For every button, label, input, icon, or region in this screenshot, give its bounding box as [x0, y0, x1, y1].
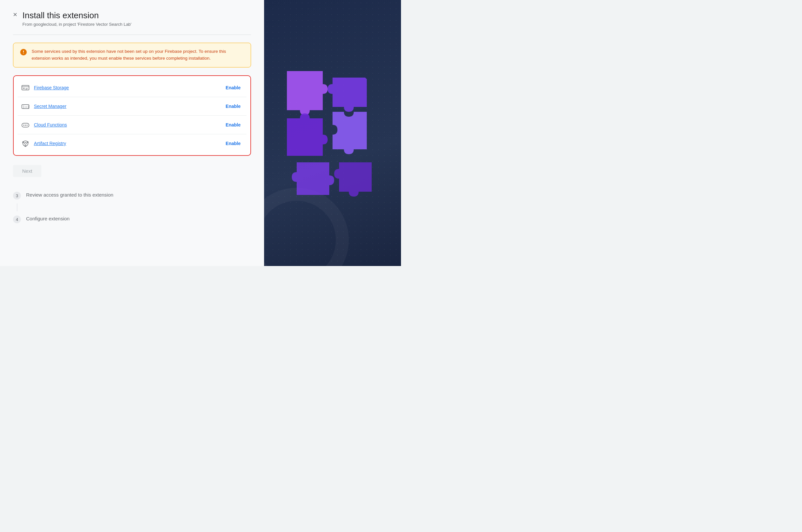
svg-point-9 — [25, 125, 26, 126]
service-row: Firebase Storage Enable — [18, 79, 246, 97]
header-divider — [13, 35, 251, 35]
service-left-secret: [∙∙] Secret Manager — [21, 102, 66, 111]
svg-text:[∙∙]: [∙∙] — [23, 106, 29, 109]
service-left-storage: Firebase Storage — [21, 83, 69, 92]
secret-manager-enable-btn[interactable]: Enable — [223, 102, 243, 110]
warning-box: Some services used by this extension hav… — [13, 43, 251, 68]
header: × Install this extension From googleclou… — [13, 11, 251, 27]
service-row: Cloud Functions Enable — [18, 116, 246, 134]
step-4-label: Configure extension — [26, 215, 70, 221]
header-subtitle: From googlecloud, in project 'Firestore … — [22, 22, 131, 27]
firebase-storage-enable-btn[interactable]: Enable — [223, 84, 243, 92]
close-button[interactable]: × — [13, 11, 17, 18]
artifact-registry-icon — [21, 139, 30, 148]
secret-manager-link[interactable]: Secret Manager — [34, 104, 66, 109]
cloud-functions-icon — [21, 120, 30, 129]
steps-list: 3 Review access granted to this extensio… — [13, 187, 251, 227]
artifact-registry-link[interactable]: Artifact Registry — [34, 141, 66, 146]
main-panel: × Install this extension From googleclou… — [0, 0, 264, 266]
artifact-registry-enable-btn[interactable]: Enable — [223, 139, 243, 147]
service-left-functions: Cloud Functions — [21, 120, 67, 129]
step-3-label: Review access granted to this extension — [26, 191, 113, 197]
warning-text: Some services used by this extension hav… — [32, 48, 244, 62]
header-text: Install this extension From googlecloud,… — [22, 11, 131, 27]
puzzle-svg — [280, 64, 385, 202]
step-connector — [17, 204, 17, 211]
cloud-functions-enable-btn[interactable]: Enable — [223, 121, 243, 129]
secret-manager-icon: [∙∙] — [21, 102, 30, 111]
svg-rect-2 — [23, 53, 24, 54]
next-button[interactable]: Next — [13, 165, 41, 177]
firebase-storage-icon — [21, 83, 30, 92]
warning-icon — [20, 49, 27, 62]
cloud-functions-link[interactable]: Cloud Functions — [34, 122, 67, 128]
svg-rect-1 — [23, 51, 24, 53]
puzzle-illustration — [280, 64, 385, 202]
service-row: Artifact Registry Enable — [18, 134, 246, 153]
step-4-number: 4 — [13, 215, 21, 223]
svg-point-12 — [24, 142, 26, 145]
step-item-4: 4 Configure extension — [13, 211, 251, 227]
services-box: Firebase Storage Enable [∙∙] Secret Mana… — [13, 75, 251, 156]
svg-rect-3 — [22, 86, 29, 90]
service-row: [∙∙] Secret Manager Enable — [18, 97, 246, 116]
step-3-number: 3 — [13, 192, 21, 200]
step-content: Some services used by this extension hav… — [13, 43, 251, 227]
firebase-storage-link[interactable]: Firebase Storage — [34, 85, 69, 90]
service-left-registry: Artifact Registry — [21, 139, 66, 148]
svg-rect-4 — [23, 88, 25, 89]
svg-point-10 — [27, 125, 28, 126]
step-item-3: 3 Review access granted to this extensio… — [13, 187, 251, 204]
right-panel — [264, 0, 401, 266]
page-title: Install this extension — [22, 11, 131, 21]
svg-point-8 — [23, 125, 24, 126]
